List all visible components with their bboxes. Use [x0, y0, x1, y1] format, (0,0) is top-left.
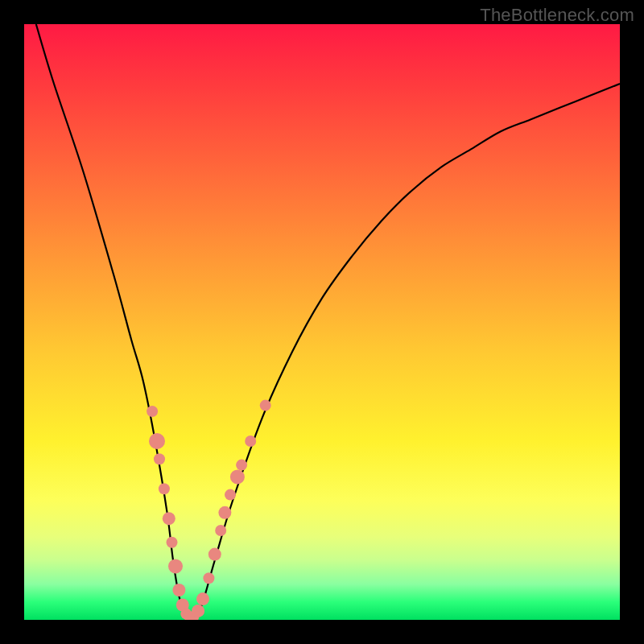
- data-marker: [149, 433, 165, 449]
- data-marker: [225, 489, 236, 501]
- data-marker: [245, 436, 256, 447]
- data-marker: [203, 572, 214, 584]
- data-marker: [218, 506, 231, 519]
- data-marker: [147, 406, 158, 417]
- data-marker: [260, 400, 271, 411]
- data-marker: [192, 605, 204, 617]
- data-marker: [154, 453, 165, 464]
- data-marker: [208, 548, 221, 561]
- data-marker: [236, 460, 247, 471]
- data-marker: [167, 537, 178, 548]
- curve-svg: [24, 24, 620, 620]
- data-markers: [147, 400, 271, 620]
- data-marker: [215, 525, 226, 536]
- data-marker: [172, 584, 185, 597]
- data-marker: [159, 483, 170, 494]
- chart-frame: TheBottleneck.com: [0, 0, 644, 644]
- data-marker: [168, 559, 183, 573]
- watermark-text: TheBottleneck.com: [480, 5, 634, 26]
- plot-area: [24, 24, 620, 620]
- data-marker: [196, 592, 209, 605]
- data-marker: [230, 469, 245, 484]
- data-marker: [163, 512, 175, 525]
- bottleneck-curve: [36, 24, 620, 620]
